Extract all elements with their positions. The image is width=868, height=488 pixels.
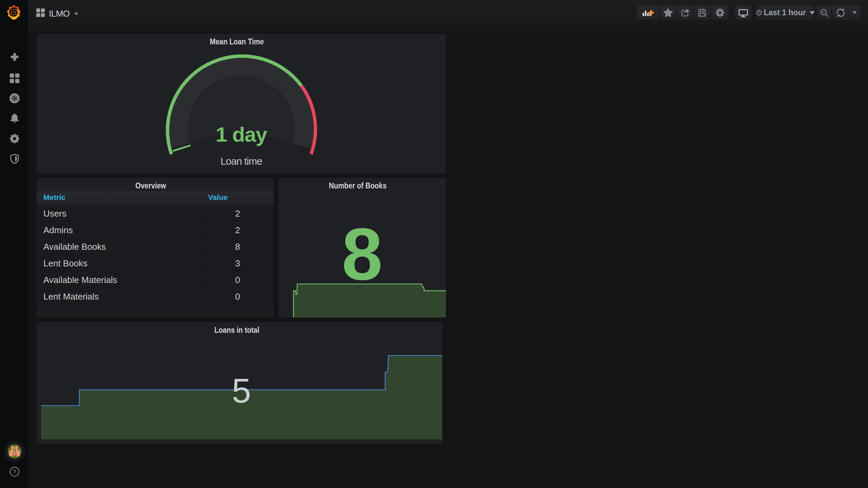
svg-text:Loan time: Loan time (220, 156, 262, 167)
svg-text:1 day: 1 day (216, 123, 268, 146)
svg-text:5: 5 (232, 371, 251, 410)
svg-text:8: 8 (342, 213, 383, 295)
svg-text:?: ? (13, 469, 16, 475)
